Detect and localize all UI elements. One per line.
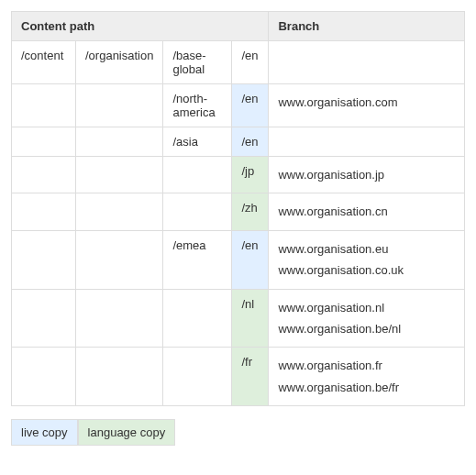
path-level-2: [76, 84, 163, 127]
path-locale: /fr: [232, 348, 269, 406]
branch-cell: www.organisation.frwww.organisation.be/f…: [269, 348, 465, 406]
legend-live-copy: live copy: [11, 419, 78, 446]
legend: live copylanguage copy: [11, 419, 465, 446]
table-row: /jpwww.organisation.jp: [12, 157, 465, 193]
branch-domain: www.organisation.co.uk: [278, 260, 455, 281]
table-row: /zhwww.organisation.cn: [12, 193, 465, 230]
branch-domain: www.organisation.be/nl: [278, 318, 455, 339]
path-level-3: /asia: [163, 127, 232, 157]
table-row: /emea/enwww.organisation.euwww.organisat…: [12, 230, 465, 289]
branch-domain: www.organisation.jp: [278, 164, 455, 185]
path-level-1: [12, 193, 76, 230]
path-level-3: [163, 157, 232, 193]
header-branch: Branch: [269, 12, 465, 41]
path-level-1: [12, 230, 76, 289]
content-branch-table: Content path Branch /content/organisatio…: [11, 11, 465, 406]
table-row: /north-america/enwww.organisation.com: [12, 84, 465, 127]
path-level-2: [76, 289, 163, 348]
branch-cell: www.organisation.jp: [269, 157, 465, 193]
branch-domain: www.organisation.eu: [278, 238, 455, 260]
header-content-path: Content path: [12, 12, 269, 41]
path-level-1: [12, 289, 76, 348]
path-level-2: [76, 157, 163, 193]
path-level-3: /emea: [163, 230, 232, 289]
branch-cell: www.organisation.nlwww.organisation.be/n…: [269, 289, 465, 348]
path-locale: /en: [232, 84, 269, 127]
path-locale: /en: [232, 41, 269, 84]
path-level-2: [76, 348, 163, 406]
table-row: /frwww.organisation.frwww.organisation.b…: [12, 348, 465, 406]
branch-domain: www.organisation.be/fr: [278, 377, 455, 398]
path-level-1: [12, 348, 76, 406]
path-locale: /nl: [232, 289, 269, 348]
path-level-1: [12, 127, 76, 157]
branch-domain: www.organisation.nl: [278, 297, 455, 318]
table-row: /asia/en: [12, 127, 465, 157]
path-level-2: [76, 127, 163, 157]
path-locale: /en: [232, 127, 269, 157]
path-locale: /jp: [232, 157, 269, 193]
path-level-3: /base-global: [163, 41, 232, 84]
path-level-3: /north-america: [163, 84, 232, 127]
branch-cell: www.organisation.com: [269, 84, 465, 127]
branch-cell: [269, 127, 465, 157]
path-level-3: [163, 348, 232, 406]
path-locale: /zh: [232, 193, 269, 230]
legend-language-copy: language copy: [78, 419, 176, 446]
path-level-1: /content: [12, 41, 76, 84]
path-locale: /en: [232, 230, 269, 289]
path-level-1: [12, 157, 76, 193]
path-level-3: [163, 289, 232, 348]
branch-cell: www.organisation.cn: [269, 193, 465, 230]
path-level-2: [76, 230, 163, 289]
table-row: /content/organisation/base-global/en: [12, 41, 465, 84]
path-level-1: [12, 84, 76, 127]
path-level-2: /organisation: [76, 41, 163, 84]
branch-domain: www.organisation.com: [278, 92, 455, 113]
branch-domain: www.organisation.cn: [278, 201, 455, 222]
branch-domain: www.organisation.fr: [278, 355, 455, 376]
branch-cell: www.organisation.euwww.organisation.co.u…: [269, 230, 465, 289]
path-level-3: [163, 193, 232, 230]
branch-cell: [269, 41, 465, 84]
path-level-2: [76, 193, 163, 230]
table-row: /nlwww.organisation.nlwww.organisation.b…: [12, 289, 465, 348]
